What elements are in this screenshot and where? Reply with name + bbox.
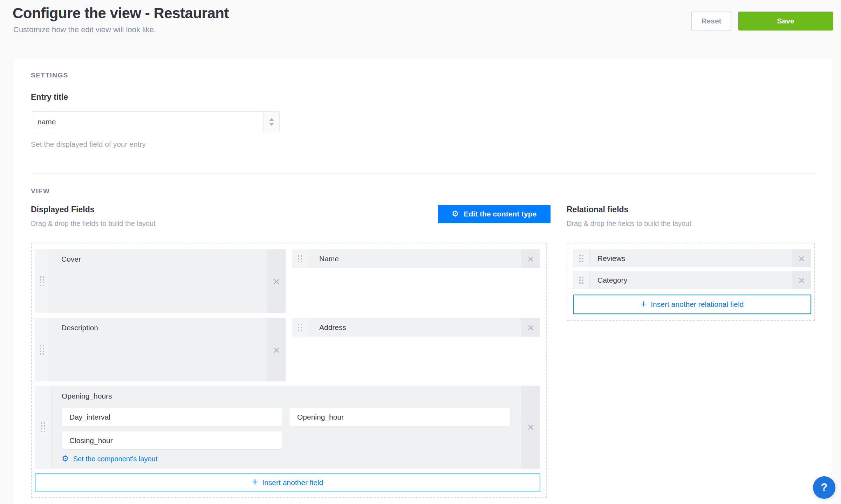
page-title: Configure the view - Restaurant xyxy=(13,5,229,22)
section-divider xyxy=(31,173,815,174)
insert-relational-field-button[interactable]: Insert another relational field xyxy=(573,295,811,314)
entry-title-select[interactable]: name xyxy=(31,111,280,132)
entry-title-label: Entry title xyxy=(31,92,68,102)
insert-relational-field-label: Insert another relational field xyxy=(651,300,744,309)
question-mark-icon: ? xyxy=(821,481,828,494)
drag-dots-icon xyxy=(298,255,302,262)
drag-dots-icon xyxy=(40,345,44,355)
insert-field-button[interactable]: Insert another field xyxy=(35,474,540,491)
drag-dots-icon xyxy=(40,276,44,286)
relational-fields-subtitle: Drag & drop the fields to build the layo… xyxy=(567,220,691,228)
component-title: Opening_hours xyxy=(62,392,521,400)
edit-content-type-label: Edit the content type xyxy=(464,210,536,218)
gear-icon xyxy=(452,210,459,218)
set-component-layout-link[interactable]: Set the component's layout xyxy=(62,455,157,463)
entry-title-help: Set the displayed field of your entry xyxy=(31,140,146,149)
field-label: Address xyxy=(319,323,346,332)
plus-icon xyxy=(641,300,647,309)
edit-content-type-button[interactable]: Edit the content type xyxy=(438,205,551,223)
relational-fields-title: Relational fields xyxy=(567,205,628,214)
displayed-fields-title: Displayed Fields xyxy=(31,205,95,214)
field-label: Name xyxy=(319,255,339,263)
field-row-name[interactable]: Name xyxy=(292,249,540,268)
component-field-day-interval[interactable]: Day_interval xyxy=(62,408,282,426)
updown-arrows-icon xyxy=(263,112,279,132)
settings-section-label: SETTINGS xyxy=(31,71,68,79)
drag-dots-icon xyxy=(298,324,302,331)
insert-field-label: Insert another field xyxy=(262,478,323,487)
relational-row-category[interactable]: Category xyxy=(573,271,811,289)
close-icon[interactable] xyxy=(792,271,811,289)
close-icon[interactable] xyxy=(792,249,811,267)
configure-view-screen: Configure the view - Restaurant Customiz… xyxy=(0,0,841,504)
field-row-address[interactable]: Address xyxy=(292,318,540,337)
relational-row-reviews[interactable]: Reviews xyxy=(573,249,811,267)
plus-icon xyxy=(252,478,258,487)
save-button[interactable]: Save xyxy=(738,12,833,30)
close-icon[interactable] xyxy=(521,386,540,469)
field-label: Description xyxy=(61,324,98,332)
component-box-opening-hours[interactable]: Opening_hours Day_interval Opening_hour … xyxy=(35,386,540,469)
help-button[interactable]: ? xyxy=(813,476,835,499)
close-icon[interactable] xyxy=(267,249,286,313)
drag-dots-icon xyxy=(579,255,583,262)
gear-icon xyxy=(62,455,69,463)
close-icon[interactable] xyxy=(521,318,540,337)
view-section-label: VIEW xyxy=(31,187,50,195)
set-component-layout-label: Set the component's layout xyxy=(73,455,158,463)
component-field-closing-hour[interactable]: Closing_hour xyxy=(62,431,282,449)
field-label: Reviews xyxy=(597,254,625,263)
drag-handle-icon[interactable] xyxy=(573,271,590,289)
close-icon[interactable] xyxy=(267,318,286,381)
drag-handle-icon[interactable] xyxy=(292,318,308,337)
drag-handle-icon[interactable] xyxy=(35,318,49,381)
reset-button[interactable]: Reset xyxy=(691,12,731,30)
drag-dots-icon xyxy=(41,422,45,432)
drag-handle-icon[interactable] xyxy=(35,386,52,469)
drag-dots-icon xyxy=(579,277,583,284)
close-icon[interactable] xyxy=(521,249,540,268)
field-label: Cover xyxy=(61,255,81,263)
page-subtitle: Customize how the edit view will look li… xyxy=(13,25,156,34)
entry-title-select-value: name xyxy=(31,112,263,132)
displayed-fields-subtitle: Drag & drop the fields to build the layo… xyxy=(31,220,156,228)
drag-handle-icon[interactable] xyxy=(573,249,590,267)
component-field-opening-hour[interactable]: Opening_hour xyxy=(289,408,510,426)
field-box-cover[interactable]: Cover xyxy=(35,249,286,313)
drag-handle-icon[interactable] xyxy=(292,249,308,268)
field-box-description[interactable]: Description xyxy=(35,318,286,381)
drag-handle-icon[interactable] xyxy=(35,249,49,313)
field-label: Category xyxy=(597,276,627,284)
